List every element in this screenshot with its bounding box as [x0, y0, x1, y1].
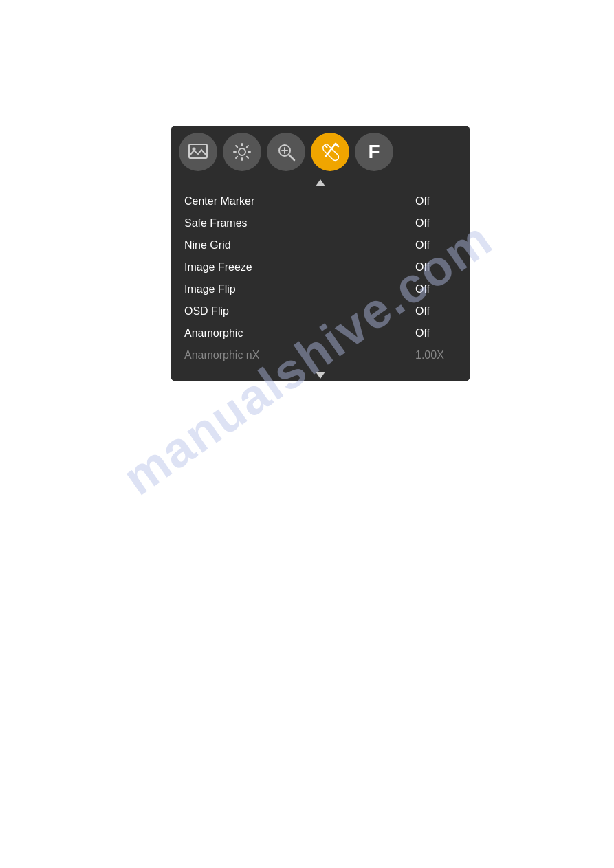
tab-image[interactable]: [179, 133, 217, 171]
menu-item-osd-flip[interactable]: OSD Flip Off: [171, 300, 470, 322]
tab-zoom[interactable]: [267, 133, 305, 171]
svg-line-4: [289, 155, 294, 160]
tab-tools[interactable]: [311, 133, 349, 171]
svg-point-2: [239, 148, 245, 155]
menu-item-image-flip[interactable]: Image Flip Off: [171, 278, 470, 300]
menu-item-nine-grid[interactable]: Nine Grid Off: [171, 234, 470, 256]
menu-item-safe-frames[interactable]: Safe Frames Off: [171, 212, 470, 234]
tab-bar: F: [171, 126, 470, 178]
tab-f[interactable]: F: [355, 133, 393, 171]
menu-items-list: Center Marker Off Safe Frames Off Nine G…: [171, 188, 470, 369]
menu-panel: F Center Marker Off Safe Frames Off Nine…: [171, 126, 470, 381]
svg-line-7: [325, 145, 327, 148]
svg-rect-0: [189, 144, 207, 158]
svg-line-8: [326, 144, 336, 156]
menu-item-anamorphic-nx[interactable]: Anamorphic nX 1.00X: [171, 344, 470, 366]
menu-item-image-freeze[interactable]: Image Freeze Off: [171, 256, 470, 278]
scroll-up-indicator: [171, 178, 470, 188]
tab-settings[interactable]: [223, 133, 261, 171]
svg-line-9: [336, 144, 338, 146]
triangle-down-icon: [316, 372, 325, 379]
menu-item-anamorphic[interactable]: Anamorphic Off: [171, 322, 470, 344]
menu-item-center-marker[interactable]: Center Marker Off: [171, 190, 470, 212]
scroll-down-indicator: [171, 369, 470, 381]
triangle-up-icon: [316, 179, 325, 186]
